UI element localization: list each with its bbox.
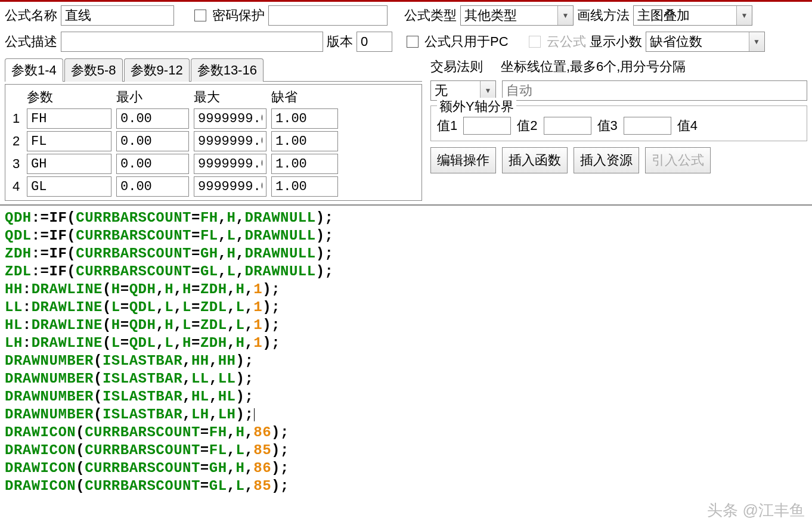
param-max-input[interactable] bbox=[194, 154, 266, 174]
param-min-input[interactable] bbox=[116, 154, 189, 174]
tab-params-4[interactable]: 参数13-16 bbox=[191, 58, 264, 82]
formula-type-label: 公式类型 bbox=[404, 7, 457, 24]
yaxis-title: 额外Y轴分界 bbox=[437, 98, 516, 116]
param-name-input[interactable] bbox=[27, 176, 111, 197]
edit-ops-button[interactable]: 编辑操作 bbox=[430, 147, 496, 173]
param-def-input[interactable] bbox=[271, 131, 338, 151]
draw-method-label: 画线方法 bbox=[577, 7, 630, 24]
param-min-input[interactable] bbox=[116, 131, 189, 151]
param-max-input[interactable] bbox=[194, 108, 266, 129]
val2-input[interactable] bbox=[544, 117, 591, 135]
param-max-input[interactable] bbox=[194, 131, 266, 151]
tab-params-3[interactable]: 参数9-12 bbox=[124, 58, 190, 82]
param-name-input[interactable] bbox=[27, 131, 111, 151]
formula-desc-input[interactable] bbox=[61, 32, 323, 52]
param-name-input[interactable] bbox=[27, 108, 111, 129]
import-formula-button: 引入公式 bbox=[645, 147, 711, 173]
tab-params-2[interactable]: 参数5-8 bbox=[64, 58, 123, 82]
formula-type-combo[interactable]: 其他类型 ▼ bbox=[460, 5, 574, 26]
param-row: 1 bbox=[8, 107, 419, 130]
param-min-input[interactable] bbox=[116, 176, 189, 197]
pwd-protect-label: 密码保护 bbox=[212, 7, 265, 24]
yaxis-fieldset: 额外Y轴分界 值1 值2 值3 值4 bbox=[430, 105, 807, 141]
param-max-input[interactable] bbox=[194, 176, 266, 197]
chevron-down-icon[interactable]: ▼ bbox=[749, 32, 764, 51]
param-def-input[interactable] bbox=[271, 176, 338, 197]
param-index: 3 bbox=[8, 155, 24, 173]
param-row: 4 bbox=[8, 175, 419, 198]
param-def-input[interactable] bbox=[271, 108, 338, 129]
pwd-input[interactable] bbox=[268, 5, 388, 26]
tab-params-1[interactable]: 参数1-4 bbox=[5, 58, 63, 82]
code-editor[interactable]: QDH:=IF(CURRBARSCOUNT=FH,H,DRAWNULL);QDL… bbox=[0, 204, 812, 499]
draw-method-combo[interactable]: 主图叠加 ▼ bbox=[633, 5, 752, 26]
param-row: 2 bbox=[8, 130, 419, 153]
version-input[interactable] bbox=[357, 32, 392, 52]
formula-name-input[interactable] bbox=[61, 5, 174, 26]
insert-func-button[interactable]: 插入函数 bbox=[502, 147, 568, 173]
formula-name-label: 公式名称 bbox=[5, 7, 57, 24]
watermark: 头条 @江丰鱼 bbox=[707, 500, 805, 521]
param-min-input[interactable] bbox=[116, 108, 189, 129]
pc-only-checkbox[interactable] bbox=[407, 36, 419, 48]
param-header-max: 最大 bbox=[191, 87, 269, 107]
params-tabs: 参数1-4参数5-8参数9-12参数13-16 bbox=[5, 58, 422, 82]
param-header-def: 缺省 bbox=[269, 87, 340, 107]
chevron-down-icon[interactable]: ▼ bbox=[557, 6, 573, 25]
param-name-input[interactable] bbox=[27, 154, 111, 174]
param-index: 4 bbox=[8, 178, 24, 195]
param-row: 3 bbox=[8, 153, 419, 175]
param-header-min: 最小 bbox=[114, 87, 191, 107]
trade-rule-label: 交易法则 bbox=[430, 58, 483, 76]
coord-input[interactable] bbox=[502, 80, 807, 101]
param-index: 2 bbox=[8, 132, 24, 150]
chevron-down-icon[interactable]: ▼ bbox=[736, 6, 752, 25]
formula-desc-label: 公式描述 bbox=[5, 33, 57, 51]
coord-label: 坐标线位置,最多6个,用分号分隔 bbox=[501, 58, 686, 76]
val1-label: 值1 bbox=[437, 117, 457, 135]
insert-res-button[interactable]: 插入资源 bbox=[574, 147, 639, 173]
pwd-protect-checkbox[interactable] bbox=[194, 10, 206, 21]
val2-label: 值2 bbox=[517, 117, 537, 135]
decimals-label: 显示小数 bbox=[590, 33, 642, 51]
val4-label: 值4 bbox=[677, 117, 698, 135]
val3-input[interactable] bbox=[624, 117, 671, 135]
form-area: 公式名称 密码保护 公式类型 其他类型 ▼ 画线方法 主图叠加 ▼ 公式描述 版… bbox=[0, 2, 812, 201]
param-def-input[interactable] bbox=[271, 154, 338, 174]
cloud-label: 云公式 bbox=[547, 33, 586, 51]
params-table: 参数 最小 最大 缺省 1234 bbox=[5, 84, 422, 201]
pc-only-label: 公式只用于PC bbox=[424, 33, 509, 51]
version-label: 版本 bbox=[327, 33, 353, 51]
val1-input[interactable] bbox=[463, 117, 511, 135]
decimals-combo[interactable]: 缺省位数 ▼ bbox=[646, 32, 765, 52]
cloud-checkbox bbox=[529, 36, 541, 48]
val3-label: 值3 bbox=[597, 117, 618, 135]
param-index: 1 bbox=[8, 110, 24, 128]
param-header-name: 参数 bbox=[24, 87, 114, 107]
